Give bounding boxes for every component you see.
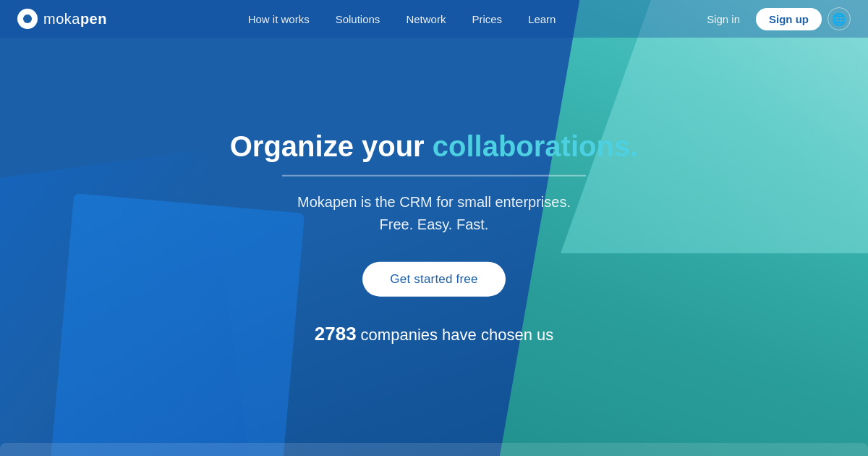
hero-title-before: Organize your: [230, 130, 433, 162]
hero-title: Organize your collaborations.: [217, 129, 651, 164]
companies-count: 2783companies have chosen us: [217, 322, 651, 345]
nav-how-it-works[interactable]: How it works: [238, 9, 320, 30]
nav-links: How it works Solutions Network Prices Le…: [238, 9, 566, 30]
globe-icon: 🌐: [832, 12, 846, 26]
signup-button[interactable]: Sign up: [756, 8, 822, 30]
companies-text: companies have chosen us: [361, 325, 554, 343]
nav-learn[interactable]: Learn: [518, 9, 566, 30]
language-button[interactable]: 🌐: [827, 7, 851, 30]
logo-icon: [17, 9, 38, 29]
nav-actions: Sign in Sign up 🌐: [697, 7, 851, 30]
nav-prices[interactable]: Prices: [461, 9, 512, 30]
navbar: mokapen How it works Solutions Network P…: [0, 0, 868, 38]
hero-subtitle-line1: Mokapen is the CRM for small enterprises…: [297, 193, 571, 209]
logo[interactable]: mokapen: [17, 9, 107, 29]
hero-divider: [282, 175, 586, 177]
logo-text: mokapen: [43, 11, 107, 28]
hero-subtitle-line2: Free. Easy. Fast.: [380, 216, 489, 232]
nav-network[interactable]: Network: [396, 9, 456, 30]
hero-subtitle: Mokapen is the CRM for small enterprises…: [217, 190, 651, 235]
nav-solutions[interactable]: Solutions: [326, 9, 391, 30]
hero-content: Organize your collaborations. Mokapen is…: [217, 129, 651, 345]
hero-section: mokapen How it works Solutions Network P…: [0, 0, 868, 456]
companies-number: 2783: [315, 322, 357, 344]
signin-button[interactable]: Sign in: [697, 9, 750, 30]
bottom-bar: [0, 443, 868, 456]
hero-title-accent: collaborations.: [433, 130, 639, 162]
cta-button[interactable]: Get started free: [362, 261, 505, 296]
